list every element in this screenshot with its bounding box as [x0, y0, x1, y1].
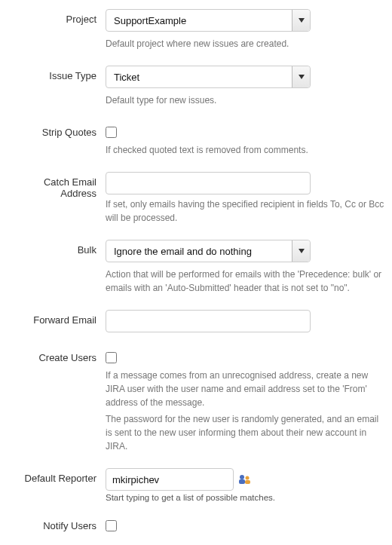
svg-marker-1 [299, 75, 305, 79]
project-select[interactable]: SupportExample [106, 9, 311, 32]
issue-type-row: Issue Type Ticket Default type for new i… [8, 66, 384, 118]
create-users-label: Create Users [8, 348, 106, 363]
bulk-select[interactable]: Ignore the email and do nothing [106, 240, 311, 262]
project-row: Project SupportExample Default project w… [8, 9, 384, 61]
strip-quotes-label: Strip Quotes [8, 122, 106, 138]
forward-email-input[interactable] [106, 310, 311, 332]
chevron-down-icon [292, 10, 310, 31]
bulk-row: Bulk Ignore the email and do nothing Act… [8, 240, 384, 305]
strip-quotes-checkbox[interactable] [106, 127, 117, 138]
project-helper: Default project where new issues are cre… [106, 37, 384, 51]
catch-email-label: Catch Email Address [8, 172, 106, 199]
bulk-helper: Action that will be performed for emails… [106, 268, 384, 295]
bulk-label: Bulk [8, 240, 106, 256]
create-users-helper-2: The password for the new user is randoml… [106, 412, 384, 453]
project-label: Project [8, 9, 106, 25]
issue-type-select[interactable]: Ticket [106, 66, 311, 88]
issue-type-select-value: Ticket [114, 66, 287, 87]
default-reporter-row: Default Reporter Start typing to get a l… [8, 468, 384, 502]
catch-email-input[interactable] [106, 172, 311, 194]
issue-type-label: Issue Type [8, 66, 106, 81]
forward-email-row: Forward Email [8, 310, 384, 343]
issue-type-helper: Default type for new issues. [106, 93, 384, 107]
chevron-down-icon [292, 66, 310, 87]
notify-users-checkbox[interactable] [106, 520, 117, 531]
svg-marker-2 [299, 249, 305, 253]
svg-marker-0 [299, 18, 305, 23]
strip-quotes-row: Strip Quotes If checked quoted text is r… [8, 122, 384, 167]
default-reporter-label: Default Reporter [8, 468, 106, 484]
create-users-helper-1: If a message comes from an unrecognised … [106, 369, 384, 409]
default-reporter-helper: Start typing to get a list of possible m… [106, 493, 384, 502]
notify-users-label: Notify Users [8, 516, 106, 531]
notify-users-row: Notify Users [8, 516, 384, 534]
default-reporter-input[interactable] [106, 468, 234, 491]
catch-email-row: Catch Email Address If set, only emails … [8, 172, 384, 235]
user-picker-icon[interactable] [238, 473, 252, 485]
svg-point-3 [240, 475, 244, 479]
svg-rect-6 [245, 480, 250, 484]
create-users-checkbox[interactable] [106, 352, 117, 363]
project-select-value: SupportExample [114, 10, 287, 31]
svg-point-5 [246, 476, 250, 480]
forward-email-label: Forward Email [8, 310, 106, 326]
strip-quotes-helper: If checked quoted text is removed from c… [106, 143, 384, 157]
bulk-select-value: Ignore the email and do nothing [114, 240, 287, 262]
chevron-down-icon [292, 240, 310, 262]
svg-rect-4 [239, 479, 245, 484]
catch-email-helper: If set, only emails having the specified… [106, 197, 384, 225]
create-users-row: Create Users If a message comes from an … [8, 348, 384, 464]
